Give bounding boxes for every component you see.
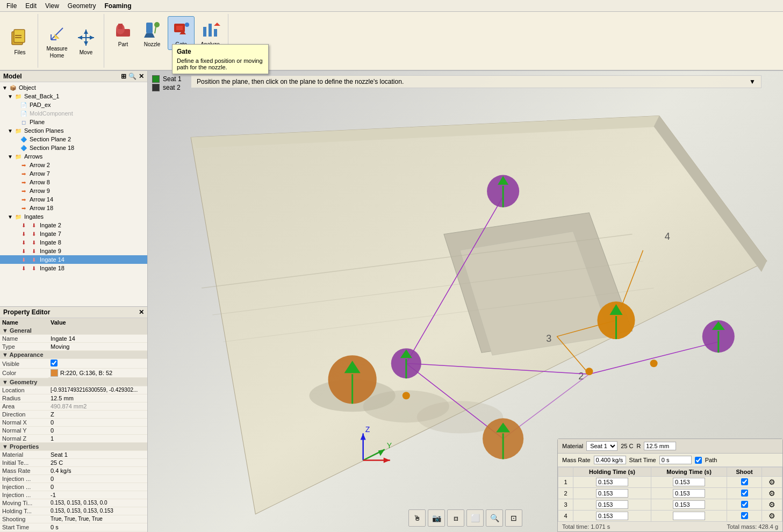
- menu-geometry[interactable]: Geometry: [63, 1, 100, 11]
- tree-item-ingate7[interactable]: ⬇ ⬇ Ingate 7: [0, 229, 147, 238]
- search-icon[interactable]: 🔍: [128, 73, 137, 80]
- rp-r4-action[interactable]: ⚙: [768, 512, 775, 520]
- tree-item-ingate18[interactable]: ⬇ ⬇ Ingate 18: [0, 264, 147, 272]
- folder-seat-icon: 📁: [14, 92, 23, 100]
- rp-r4-moving[interactable]: [673, 512, 705, 520]
- tree-item-arrow9[interactable]: ➡ Arrow 9: [0, 186, 147, 195]
- pe-table: Name Value ▼ General NameIngate 14 TypeM…: [0, 318, 147, 531]
- tree-item-ingates[interactable]: ▼ 📁 Ingates: [0, 212, 147, 221]
- pe-row-injection1: Injection ...0: [0, 475, 147, 483]
- ingate7-icon: ⬇: [19, 230, 28, 238]
- tree-item-arrow8[interactable]: ➡ Arrow 8: [0, 178, 147, 186]
- rp-r1-holding[interactable]: [596, 478, 628, 486]
- pe-close-icon[interactable]: ✕: [139, 308, 144, 316]
- rp-r2-holding[interactable]: [596, 489, 628, 498]
- tree-item-object[interactable]: ▼ 📦 Object: [0, 83, 147, 92]
- measure-btn[interactable]: 📐 Measure Home: [44, 20, 70, 61]
- tree-item-section-plane18[interactable]: 🔷 Section Plane 18: [0, 143, 147, 152]
- rp-material-select[interactable]: Seat 1: [586, 441, 617, 451]
- menu-view[interactable]: View: [41, 1, 63, 11]
- tree-item-seat-back[interactable]: ▼ 📁 Seat_Back_1: [0, 92, 147, 100]
- menu-edit[interactable]: Edit: [21, 1, 41, 11]
- color-value: R:220, G:136, B: 52: [60, 370, 112, 376]
- folder-section-icon: 📁: [14, 127, 23, 134]
- tree-label-arrow8: Arrow 8: [30, 179, 50, 185]
- rp-r3-action[interactable]: ⚙: [768, 500, 775, 509]
- tree-item-pad-ex[interactable]: 📄 PAD_ex: [0, 100, 147, 109]
- move-btn[interactable]: Move: [73, 24, 99, 58]
- tree-item-arrow2[interactable]: ➡ Arrow 2: [0, 161, 147, 169]
- vp-btn-section[interactable]: ⧈: [447, 509, 464, 527]
- sp18-icon: 🔷: [19, 144, 28, 152]
- rp-starttime-input[interactable]: [659, 456, 692, 464]
- pe-row-material: MaterialSeat 1: [0, 450, 147, 458]
- model-tree-header-icons: ⊞ 🔍 ✕: [121, 73, 144, 80]
- svg-text:Z: Z: [365, 425, 370, 434]
- rp-r3-shoot[interactable]: [741, 501, 748, 508]
- rp-top: Material Seat 1 25 C R: [558, 439, 782, 454]
- rp-col-moving: Moving Time (s): [651, 468, 727, 477]
- tree-item-mold[interactable]: 📄 MoldComponent: [0, 109, 147, 118]
- pe-row-initial-temp: Initial Te...25 C: [0, 458, 147, 466]
- vp-btn-box[interactable]: ⬜: [466, 509, 484, 527]
- tree-item-ingate2[interactable]: ⬇ ⬇ Ingate 2: [0, 221, 147, 229]
- expand-icon[interactable]: ⊞: [121, 73, 126, 80]
- tree-item-ingate8[interactable]: ⬇ ⬇ Ingate 8: [0, 238, 147, 247]
- svg-point-72: [650, 360, 658, 367]
- tree-label-ingate18: Ingate 18: [40, 265, 64, 271]
- rp-r1-moving[interactable]: [673, 478, 705, 486]
- menu-file[interactable]: File: [2, 1, 21, 11]
- files-btn[interactable]: Files: [6, 24, 33, 58]
- tree-item-arrow18[interactable]: ➡ Arrow 18: [0, 204, 147, 212]
- vp-btn-cursor[interactable]: 🖱: [408, 509, 426, 527]
- vp-btn-camera[interactable]: 📷: [428, 509, 445, 527]
- tree-label-object: Object: [19, 84, 36, 91]
- arrow7-icon: ➡: [19, 170, 28, 177]
- rp-row-4: 4 ⚙: [558, 511, 782, 522]
- menubar: File Edit View Geometry Foaming: [0, 0, 783, 12]
- pe-row-normalz: Normal Z1: [0, 434, 147, 442]
- pe-content: Name Value ▼ General NameIngate 14 TypeM…: [0, 318, 147, 532]
- rp-r4-shoot[interactable]: [741, 512, 748, 519]
- close-tree-icon[interactable]: ✕: [139, 73, 144, 80]
- rp-path-checkbox[interactable]: [695, 457, 702, 464]
- tree-item-arrow7[interactable]: ➡ Arrow 7: [0, 169, 147, 178]
- menu-foaming[interactable]: Foaming: [100, 1, 136, 11]
- rp-r3-holding[interactable]: [596, 500, 628, 509]
- rp-r2-action[interactable]: ⚙: [768, 489, 775, 498]
- vp-btn-fit[interactable]: ⊡: [505, 509, 522, 527]
- visible-checkbox[interactable]: [51, 360, 58, 366]
- tree-item-section-plane2[interactable]: 🔷 Section Plane 2: [0, 135, 147, 143]
- tree-item-arrows[interactable]: ▼ 📁 Arrows: [0, 152, 147, 161]
- tree-item-ingate9[interactable]: ⬇ ⬇ Ingate 9: [0, 247, 147, 255]
- part-btn[interactable]: Part: [110, 16, 137, 50]
- property-editor: Property Editor ✕ Name Value ▼ General: [0, 306, 147, 532]
- tree-item-ingate14[interactable]: ⬇ ⬇ Ingate 14: [0, 255, 147, 264]
- move-icon: [75, 27, 97, 48]
- pe-row-injection3: Injection ...-1: [0, 491, 147, 499]
- pe-row-mass-rate: Mass Rate0.4 kg/s: [0, 466, 147, 475]
- tree-item-section-planes[interactable]: ▼ 📁 Section Planes: [0, 126, 147, 135]
- files-label: Files: [14, 49, 25, 55]
- tree-item-plane[interactable]: ◻ Plane: [0, 118, 147, 126]
- nozzle-btn[interactable]: Nozzle: [139, 16, 166, 50]
- arrow-seat-back: ▼: [8, 94, 13, 99]
- rp-r2-shoot[interactable]: [741, 490, 748, 497]
- rp-r3-moving[interactable]: [673, 500, 705, 509]
- svg-rect-16: [118, 24, 123, 29]
- rp-table: Holding Time (s) Moving Time (s) Shoot 1…: [558, 467, 782, 522]
- rp-r4-holding[interactable]: [596, 512, 628, 520]
- ingate8-icon: ⬇: [19, 239, 28, 246]
- ribbon: Files 📐 Measure Home: [0, 12, 783, 71]
- viewport[interactable]: Seat 1 seat 2 Position the plane, then c…: [148, 71, 783, 532]
- rp-r1-shoot[interactable]: [741, 478, 748, 485]
- rp-r1-action[interactable]: ⚙: [768, 478, 775, 486]
- pe-row-color: Color R:220, G:136, B: 52: [0, 369, 147, 378]
- tree-item-arrow14[interactable]: ➡ Arrow 14: [0, 195, 147, 204]
- model-tree-title: Model: [3, 73, 22, 80]
- rp-massrate-label: Mass Rate: [562, 457, 591, 463]
- rp-massrate-input[interactable]: [594, 456, 626, 464]
- vp-btn-search[interactable]: 🔍: [486, 509, 503, 527]
- rp-radius-input[interactable]: [644, 442, 676, 450]
- rp-r2-moving[interactable]: [673, 489, 705, 498]
